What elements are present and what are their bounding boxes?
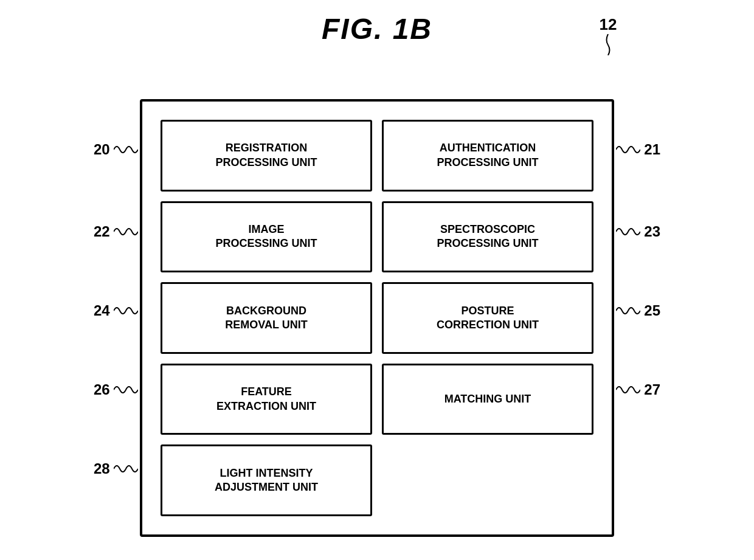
label-24: 24 [94, 302, 138, 319]
label-20: 20 [94, 141, 138, 158]
unit-spectroscopic-processing: SPECTROSCOPICPROCESSING UNIT [382, 201, 593, 273]
unit-light-intensity-adjustment: LIGHT INTENSITYADJUSTMENT UNIT [161, 444, 372, 516]
unit-authentication-processing: AUTHENTICATIONPROCESSING UNIT [382, 120, 593, 192]
component-12-label: 12 [599, 15, 617, 55]
squiggle-20 [114, 143, 138, 156]
label-25: 25 [616, 302, 660, 319]
squiggle-26 [114, 384, 138, 396]
squiggle-22 [114, 226, 138, 238]
unit-registration-processing: REGISTRATIONPROCESSING UNIT [161, 120, 372, 192]
squiggle-25 [616, 305, 640, 317]
unit-background-removal: BACKGROUNDREMOVAL UNIT [161, 282, 372, 354]
label-26: 26 [94, 381, 138, 398]
squiggle-21 [616, 143, 640, 156]
label-28: 28 [94, 460, 138, 477]
label-23: 23 [616, 223, 660, 240]
squiggle-23 [616, 226, 640, 238]
figure-title: FIG. 1B [322, 12, 432, 46]
label-27: 27 [616, 381, 660, 398]
outer-box: 20 22 24 26 [140, 99, 614, 537]
page-container: FIG. 1B 12 20 22 2 [0, 0, 754, 560]
squiggle-27 [616, 384, 640, 396]
label-22: 22 [94, 223, 138, 240]
label-21: 21 [616, 141, 660, 158]
diagram-area: 12 20 22 24 [88, 52, 666, 560]
empty-cell [382, 444, 593, 516]
unit-posture-correction: POSTURECORRECTION UNIT [382, 282, 593, 354]
squiggle-28 [114, 463, 138, 475]
unit-image-processing: IMAGEPROCESSING UNIT [161, 201, 372, 273]
squiggle-24 [114, 305, 138, 317]
unit-feature-extraction: FEATUREEXTRACTION UNIT [161, 364, 372, 435]
label-12-text: 12 [600, 15, 617, 34]
label-12-line [599, 34, 617, 55]
unit-matching: MATCHING UNIT [382, 364, 593, 435]
